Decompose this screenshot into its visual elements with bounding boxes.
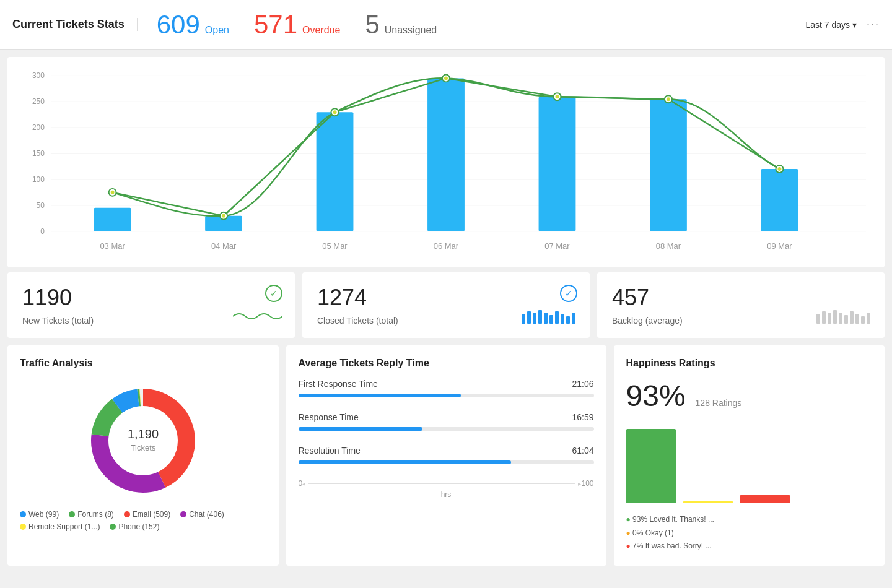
new-tickets-card: 1190 New Tickets (total) ✓ (7, 272, 295, 338)
reply-time-panel: Average Tickets Reply Time First Respons… (286, 345, 606, 566)
svg-rect-61 (867, 313, 870, 324)
remote-dot (20, 524, 26, 530)
svg-rect-55 (833, 310, 837, 324)
svg-rect-57 (844, 315, 848, 324)
svg-rect-52 (816, 314, 820, 324)
resolution-header: Resolution Time 61:04 (299, 446, 594, 456)
svg-rect-44 (533, 313, 536, 324)
okay-legend: ● 0% Okay (1) (626, 527, 873, 540)
response-bar-fill (299, 427, 422, 431)
traffic-legend: Web (99) Forums (8) Email (509) Chat (40… (20, 510, 266, 531)
svg-text:200: 200 (32, 123, 45, 132)
overdue-count: 571 (254, 10, 297, 40)
traffic-title: Traffic Analysis (20, 358, 266, 369)
svg-rect-46 (544, 313, 548, 324)
svg-point-26 (333, 110, 337, 114)
wave-mini (233, 309, 282, 326)
bad-label: 7% It was bad. Sorry! ... (632, 542, 711, 550)
svg-point-28 (444, 76, 448, 80)
forums-dot (69, 511, 75, 517)
first-response-label: First Response Time (299, 379, 378, 389)
closed-tickets-card: 1274 Closed Tickets (total) ✓ (302, 272, 590, 338)
happiness-panel: Happiness Ratings 93% 128 Ratings ● 93% … (614, 345, 885, 566)
overdue-label: Overdue (302, 25, 340, 36)
open-label: Open (205, 25, 229, 36)
traffic-panel: Traffic Analysis (7, 345, 279, 566)
svg-point-24 (222, 214, 225, 218)
svg-rect-18 (539, 97, 576, 231)
svg-text:100: 100 (32, 175, 45, 184)
legend-remote: Remote Support (1...) (20, 522, 100, 531)
svg-rect-17 (427, 78, 465, 231)
bad-bar (740, 495, 790, 503)
blue-check-icon: ✓ (560, 285, 577, 302)
bad-dot: ● (626, 542, 631, 550)
backlog-number: 457 (612, 285, 870, 311)
overdue-stat: 571 Overdue (254, 10, 340, 40)
svg-rect-14 (94, 208, 131, 231)
svg-text:06 Mar: 06 Mar (434, 241, 459, 251)
stats-cards-row: 1190 New Tickets (total) ✓ 1274 Closed T… (7, 272, 885, 338)
bar-mini-blue (522, 309, 577, 326)
svg-text:03 Mar: 03 Mar (100, 241, 125, 251)
svg-rect-56 (839, 313, 842, 324)
scale-line (308, 483, 575, 484)
more-options-button[interactable]: ··· (867, 18, 880, 31)
web-dot (20, 511, 26, 517)
unassigned-count: 5 (365, 10, 379, 40)
svg-rect-53 (822, 311, 826, 324)
left-arrow-icon: ◂ (302, 480, 305, 487)
scale-unit: hrs (299, 490, 594, 499)
email-dot (124, 511, 130, 517)
svg-text:50: 50 (37, 201, 45, 210)
time-filter[interactable]: Last 7 days ▾ (805, 20, 857, 30)
happiness-percent: 93% (626, 379, 686, 413)
first-response-item: First Response Time 21:06 (299, 379, 594, 397)
reply-time-title: Average Tickets Reply Time (299, 358, 594, 369)
svg-rect-19 (650, 99, 687, 231)
loved-bar (626, 429, 676, 503)
scale-min: 0 (299, 479, 303, 488)
check-circle: ✓ (265, 285, 282, 302)
header: Current Tickets Stats 609 Open 571 Overd… (0, 0, 892, 50)
svg-point-34 (777, 167, 781, 171)
resolution-time: 61:04 (572, 446, 593, 456)
chart-container: 300 250 200 150 100 50 0 (20, 69, 872, 255)
svg-point-32 (667, 97, 670, 101)
svg-text:0: 0 (40, 227, 45, 236)
open-count: 609 (157, 10, 200, 40)
donut-chart: 1,190 Tickets (81, 379, 205, 503)
svg-text:Tickets: Tickets (130, 443, 155, 452)
green-check-icon: ✓ (265, 285, 282, 302)
open-stat: 609 Open (157, 10, 229, 40)
response-header: Response Time 16:59 (299, 412, 594, 422)
response-label: Response Time (299, 412, 359, 422)
loved-dot: ● (626, 515, 631, 524)
response-item: Response Time 16:59 (299, 412, 594, 431)
bottom-section: Traffic Analysis (7, 345, 885, 566)
loved-legend: ● 93% Loved it. Thanks! ... (626, 513, 873, 527)
bad-legend: ● 7% It was bad. Sorry! ... (626, 540, 873, 553)
email-label: Email (509) (133, 510, 170, 519)
first-response-bar-fill (299, 394, 461, 397)
legend-email: Email (509) (124, 510, 170, 519)
forums-label: Forums (8) (77, 510, 114, 519)
happiness-title: Happiness Ratings (626, 358, 873, 369)
happiness-legend: ● 93% Loved it. Thanks! ... ● 0% Okay (1… (626, 513, 873, 553)
okay-bar (683, 501, 733, 503)
phone-dot (110, 524, 116, 530)
svg-point-30 (555, 95, 559, 98)
svg-rect-48 (555, 311, 559, 324)
backlog-card: 457 Backlog (average) (597, 272, 885, 338)
svg-point-22 (111, 191, 115, 194)
svg-rect-49 (561, 314, 564, 324)
svg-rect-59 (855, 314, 859, 324)
donut-container: 1,190 Tickets Web (99) Forums (8) Email … (20, 379, 266, 531)
happiness-ratings-count: 128 Ratings (696, 398, 742, 408)
main-chart-panel: 300 250 200 150 100 50 0 (7, 57, 885, 267)
svg-text:1,190: 1,190 (128, 427, 159, 441)
svg-rect-60 (861, 316, 865, 324)
bar-mini-gray (816, 309, 872, 326)
new-tickets-number: 1190 (22, 285, 280, 311)
svg-text:04 Mar: 04 Mar (211, 241, 237, 251)
